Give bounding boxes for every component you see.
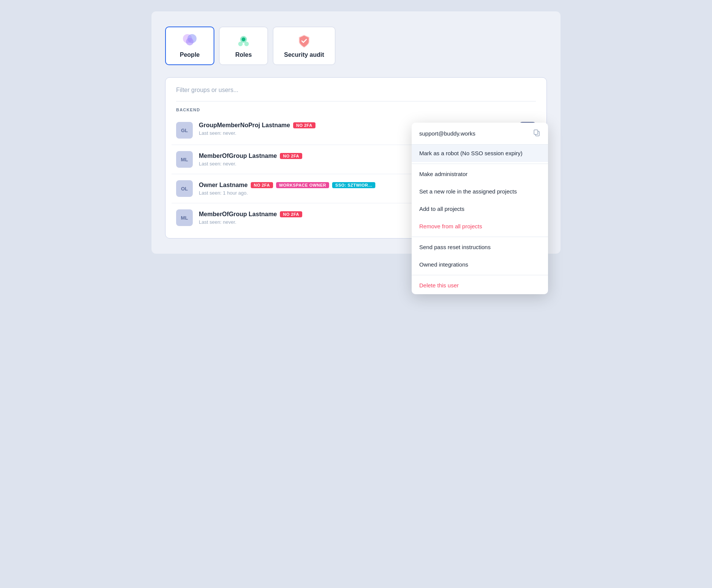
avatar: ML [176, 209, 193, 226]
badge-no2fa: NO 2FA [293, 122, 315, 128]
security-audit-icon [297, 33, 312, 48]
context-menu-item-send-pass-reset[interactable]: Send pass reset instructions [412, 239, 548, 256]
badge-no2fa: NO 2FA [251, 182, 273, 188]
badge-no2fa: NO 2FA [280, 153, 302, 159]
avatar: ML [176, 151, 193, 168]
user-row: GL GroupMemberNoProj Lastname NO 2FA Las… [172, 115, 540, 145]
context-menu-header: support@buddy.works [412, 123, 548, 145]
tab-roles-label: Roles [235, 51, 252, 58]
svg-point-4 [242, 37, 245, 41]
page-wrapper: People Roles Security audit [151, 11, 561, 254]
context-menu: support@buddy.works Mark as a robot (No … [412, 123, 548, 294]
avatar: GL [176, 122, 193, 139]
context-divider-3 [412, 275, 548, 275]
user-name: MemberOfGroup Lastname [199, 153, 277, 159]
context-divider-2 [412, 237, 548, 237]
context-divider-1 [412, 164, 548, 164]
group-label: BACKEND [166, 101, 546, 115]
tab-security-audit-label: Security audit [284, 51, 324, 58]
user-name: MemberOfGroup Lastname [199, 211, 277, 218]
svg-point-5 [238, 42, 243, 46]
context-menu-item-owned-integrations[interactable]: Owned integrations [412, 256, 548, 273]
tab-people-label: People [180, 51, 200, 58]
context-menu-item-remove-all-projects[interactable]: Remove from all projects [412, 218, 548, 235]
context-menu-item-mark-robot[interactable]: Mark as a robot (No SSO session expiry) [412, 145, 548, 162]
context-menu-item-make-admin[interactable]: Make administrator [412, 165, 548, 183]
badge-no2fa: NO 2FA [280, 211, 302, 217]
user-rows: GL GroupMemberNoProj Lastname NO 2FA Las… [166, 115, 546, 238]
context-menu-item-add-all-projects[interactable]: Add to all projects [412, 200, 548, 218]
roles-icon [236, 33, 251, 48]
copy-icon[interactable] [533, 129, 540, 138]
user-name: GroupMemberNoProj Lastname [199, 122, 290, 129]
context-menu-item-delete-user[interactable]: Delete this user [412, 277, 548, 294]
main-card: BACKEND GL GroupMemberNoProj Lastname NO… [165, 77, 547, 239]
filter-section [166, 78, 546, 101]
context-email: support@buddy.works [419, 130, 475, 137]
avatar: OL [176, 180, 193, 197]
svg-rect-8 [534, 130, 538, 134]
tab-bar: People Roles Security audit [165, 27, 547, 65]
people-icon [182, 33, 197, 48]
badge-sso: SSO: SZTWIOR… [332, 182, 375, 188]
tab-people[interactable]: People [165, 27, 214, 65]
tab-roles[interactable]: Roles [219, 27, 268, 65]
user-name: Owner Lastname [199, 182, 248, 189]
svg-point-6 [244, 42, 249, 46]
badge-workspace-owner: WORKSPACE OWNER [276, 182, 329, 188]
filter-input[interactable] [176, 87, 536, 94]
context-menu-item-set-role[interactable]: Set a new role in the assigned projects [412, 183, 548, 200]
svg-point-2 [186, 38, 194, 45]
tab-security-audit[interactable]: Security audit [273, 27, 336, 65]
